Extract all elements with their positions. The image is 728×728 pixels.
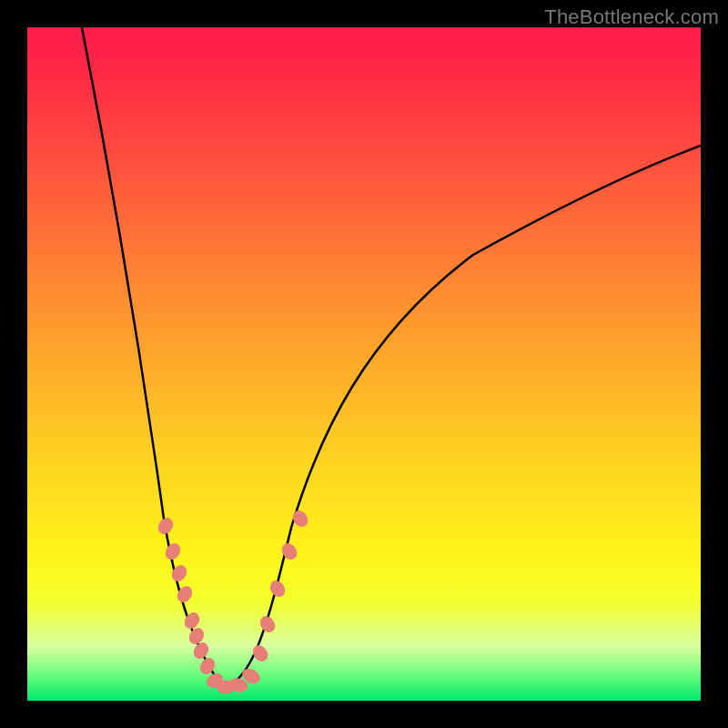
chart-marker	[268, 579, 288, 600]
watermark-text: TheBottleneck.com	[544, 5, 719, 29]
curve-left-branch	[82, 27, 223, 687]
chart-marker	[156, 516, 176, 537]
curve-group	[82, 27, 701, 687]
chart-frame	[27, 27, 701, 701]
chart-marker	[163, 541, 183, 562]
marker-group	[156, 509, 310, 694]
chart-marker	[279, 541, 299, 562]
chart-svg	[27, 27, 701, 701]
chart-marker	[258, 614, 278, 635]
chart-marker	[250, 643, 270, 664]
curve-right-branch	[223, 146, 701, 687]
chart-marker	[290, 509, 310, 530]
